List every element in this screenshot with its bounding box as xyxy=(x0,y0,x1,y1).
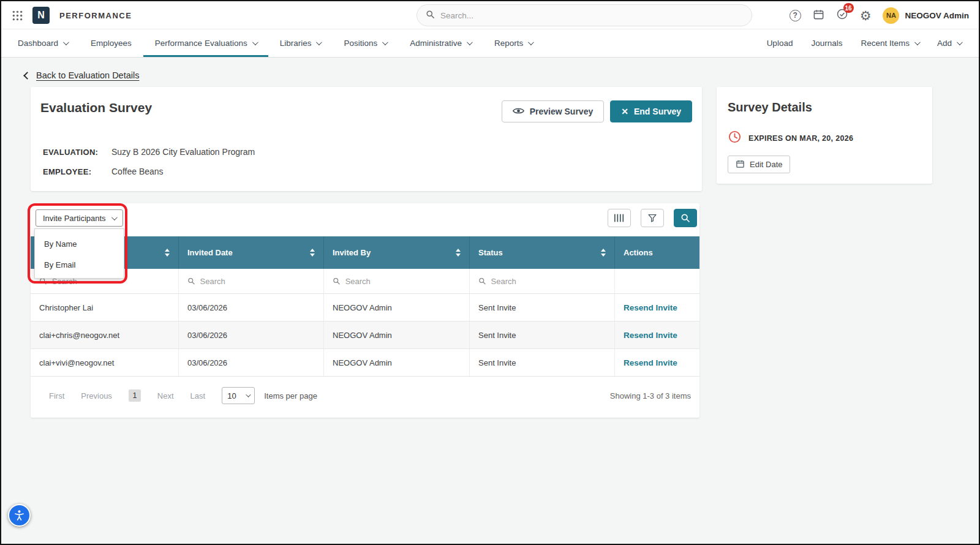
chevron-left-icon xyxy=(23,72,31,80)
sort-icon xyxy=(456,249,461,257)
cell-invited-by: NEOGOV Admin xyxy=(324,294,470,321)
evaluation-value: Suzy B 2026 City Evaluation Program xyxy=(111,147,255,157)
chevron-down-icon xyxy=(111,214,118,220)
filter-button[interactable] xyxy=(641,209,664,227)
cell-participant: clai+vivi@neogov.net xyxy=(31,349,179,376)
search-icon xyxy=(478,277,486,285)
column-header-actions: Actions xyxy=(615,236,699,269)
chevron-down-icon xyxy=(467,39,473,45)
nav-employees[interactable]: Employees xyxy=(79,29,143,57)
nav-administrative[interactable]: Administrative xyxy=(398,29,483,57)
columns-icon xyxy=(614,213,625,223)
filter-icon xyxy=(647,213,657,223)
invite-participants-button[interactable]: Invite Participants xyxy=(36,209,123,227)
resend-invite-link[interactable]: Resend Invite xyxy=(624,358,677,367)
expires-text: EXPIRES ON MAR, 20, 2026 xyxy=(748,134,853,143)
menu-item-by-name[interactable]: By Name xyxy=(35,233,124,254)
user-menu[interactable]: NA NEOGOV Admin xyxy=(883,7,969,24)
resend-invite-link[interactable]: Resend Invite xyxy=(624,303,677,312)
cell-status: Sent Invite xyxy=(470,321,615,348)
global-search-bar[interactable] xyxy=(417,4,752,26)
calendar-icon[interactable] xyxy=(813,9,824,23)
survey-details-card: Survey Details EXPIRES ON MAR, 20, 2026 … xyxy=(717,87,932,184)
menu-item-by-email[interactable]: By Email xyxy=(35,254,124,275)
invited-date-search-input[interactable] xyxy=(200,277,315,286)
employee-row: EMPLOYEE: Coffee Beans xyxy=(43,167,164,176)
nav-add[interactable]: Add xyxy=(928,29,970,57)
pagination-first[interactable]: First xyxy=(49,391,64,400)
columns-button[interactable] xyxy=(608,209,631,227)
chevron-down-icon xyxy=(957,39,963,45)
top-bar: N PERFORMANCE ? 16 ⚙ NA NEOGOV Admin xyxy=(1,1,979,29)
items-per-page-select[interactable]: 10 xyxy=(222,387,255,404)
sort-icon xyxy=(165,249,170,257)
nav-positions[interactable]: Positions xyxy=(332,29,398,57)
cell-status: Sent Invite xyxy=(470,294,615,321)
chevron-down-icon xyxy=(63,39,69,45)
resend-invite-link[interactable]: Resend Invite xyxy=(624,331,677,340)
cell-invited-by: NEOGOV Admin xyxy=(324,321,470,348)
pagination-page-1[interactable]: 1 xyxy=(129,389,141,402)
cell-invited-date: 03/06/2026 xyxy=(179,294,324,321)
product-name: PERFORMANCE xyxy=(59,11,132,20)
pagination-next[interactable]: Next xyxy=(157,391,174,400)
chevron-down-icon xyxy=(528,39,534,45)
calendar-icon xyxy=(736,159,745,170)
end-survey-button[interactable]: ✕ End Survey xyxy=(610,100,692,122)
search-icon xyxy=(187,277,195,285)
neogov-logo[interactable]: N xyxy=(32,7,50,24)
items-per-page-label: Items per page xyxy=(264,391,317,400)
preview-survey-button[interactable]: Preview Survey xyxy=(502,100,605,122)
table-row: clai+vivi@neogov.net 03/06/2026 NEOGOV A… xyxy=(31,349,699,377)
sort-icon xyxy=(601,249,606,257)
global-search-input[interactable] xyxy=(440,11,743,20)
page-title: Evaluation Survey xyxy=(40,100,152,115)
cell-invited-date: 03/06/2026 xyxy=(179,349,324,376)
app-launcher-icon[interactable] xyxy=(12,10,23,21)
help-icon[interactable]: ? xyxy=(790,10,801,21)
clock-icon xyxy=(728,130,742,146)
accessibility-button[interactable] xyxy=(8,504,31,527)
evaluation-survey-card: Evaluation Survey Preview Survey ✕ End S… xyxy=(31,87,702,191)
pagination: First Previous 1 Next Last 10 Items per … xyxy=(49,387,691,404)
avatar: NA xyxy=(883,7,899,24)
gear-icon[interactable]: ⚙ xyxy=(860,9,872,22)
table-search-button[interactable] xyxy=(674,209,697,227)
evaluation-label: EVALUATION: xyxy=(43,148,111,157)
table-row: clai+chris@neogov.net 03/06/2026 NEOGOV … xyxy=(31,321,699,349)
nav-reports[interactable]: Reports xyxy=(483,29,544,57)
nav-journals[interactable]: Journals xyxy=(802,29,851,57)
back-to-evaluation-details-link[interactable]: Back to Evaluation Details xyxy=(24,70,139,80)
cell-participant: Christopher Lai xyxy=(31,294,179,321)
employee-value: Coffee Beans xyxy=(111,167,164,176)
nav-libraries[interactable]: Libraries xyxy=(268,29,333,57)
accessibility-icon xyxy=(13,509,26,522)
participants-table-card: Invite Participants Invited Date xyxy=(31,203,699,418)
tasks-icon[interactable]: 16 xyxy=(836,8,848,23)
sort-icon xyxy=(310,249,315,257)
pagination-previous[interactable]: Previous xyxy=(81,391,112,400)
notification-badge: 16 xyxy=(843,3,854,13)
nav-dashboard[interactable]: Dashboard xyxy=(6,29,79,57)
cell-participant: clai+chris@neogov.net xyxy=(31,321,179,348)
column-header-invited-date[interactable]: Invited Date xyxy=(179,236,324,269)
cell-invited-date: 03/06/2026 xyxy=(179,321,324,348)
eye-icon xyxy=(513,107,524,117)
column-header-status[interactable]: Status xyxy=(470,236,615,269)
showing-count: Showing 1-3 of 3 items xyxy=(610,391,691,400)
invite-participants-menu: By Name By Email xyxy=(34,228,124,279)
nav-recent-items[interactable]: Recent Items xyxy=(851,29,928,57)
nav-upload[interactable]: Upload xyxy=(758,29,802,57)
nav-performance-evaluations[interactable]: Performance Evaluations xyxy=(143,29,268,57)
pagination-last[interactable]: Last xyxy=(190,391,206,400)
invited-by-search-input[interactable] xyxy=(345,277,461,286)
status-search-input[interactable] xyxy=(491,277,606,286)
search-icon xyxy=(333,277,341,285)
column-header-invited-by[interactable]: Invited By xyxy=(324,236,470,269)
chevron-down-icon xyxy=(316,39,322,45)
cell-invited-by: NEOGOV Admin xyxy=(324,349,470,376)
survey-details-title: Survey Details xyxy=(717,87,932,115)
table-header-row: Invited Date Invited By Status Actions xyxy=(31,236,699,269)
employee-label: EMPLOYEE: xyxy=(43,167,111,176)
edit-date-button[interactable]: Edit Date xyxy=(728,156,790,173)
